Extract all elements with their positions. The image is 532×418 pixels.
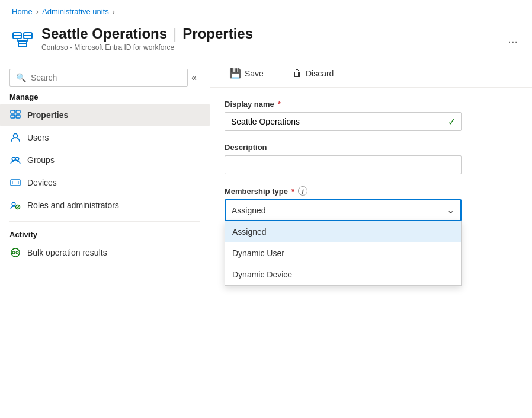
svg-point-15	[12, 157, 15, 161]
svg-rect-10	[11, 110, 15, 113]
page-section: Properties	[182, 25, 253, 42]
svg-point-16	[15, 157, 19, 161]
display-name-group: Display name * ✓	[225, 100, 518, 131]
breadcrumb-home[interactable]: Home	[12, 7, 33, 16]
groups-icon	[9, 154, 21, 166]
display-name-input-wrapper: ✓	[225, 112, 462, 131]
svg-rect-12	[11, 115, 15, 118]
description-input[interactable]	[225, 155, 462, 174]
activity-section-label: Activity	[0, 226, 210, 241]
admin-unit-icon	[12, 28, 33, 49]
toolbar-separator	[278, 68, 278, 79]
membership-type-dropdown[interactable]: Assigned ⌄ Assigned Dynamic User Dynamic…	[225, 199, 462, 221]
dropdown-option-dynamic-user[interactable]: Dynamic User	[225, 242, 461, 264]
sidebar-item-bulk-label: Bulk operation results	[27, 248, 107, 257]
main-layout: 🔍 « Manage Properties	[0, 59, 532, 412]
toolbar: 💾 Save 🗑 Discard	[210, 59, 532, 88]
svg-rect-18	[12, 181, 18, 184]
dropdown-option-assigned[interactable]: Assigned	[225, 221, 461, 242]
membership-type-label: Membership type * i	[225, 186, 518, 196]
membership-dropdown-list: Assigned Dynamic User Dynamic Device	[225, 221, 462, 286]
page-title: Seattle Operations | Properties	[41, 25, 497, 42]
sidebar-divider-1	[9, 221, 200, 222]
dropdown-option-dynamic-device[interactable]: Dynamic Device	[225, 264, 461, 285]
sidebar-item-groups[interactable]: Groups	[0, 149, 210, 171]
search-input[interactable]	[31, 73, 181, 82]
sidebar-item-groups-label: Groups	[27, 155, 55, 165]
sidebar-item-devices[interactable]: Devices	[0, 171, 210, 194]
svg-rect-11	[16, 110, 20, 113]
membership-selected-value: Assigned	[232, 206, 266, 215]
devices-icon	[9, 177, 21, 189]
header-title-block: Seattle Operations | Properties Contoso …	[41, 25, 497, 52]
admin-unit-name: Seattle Operations	[41, 25, 167, 42]
save-button[interactable]: 💾 Save	[225, 65, 268, 81]
sidebar-item-devices-label: Devices	[27, 178, 57, 187]
svg-rect-17	[11, 180, 20, 186]
sidebar: 🔍 « Manage Properties	[0, 59, 210, 412]
sidebar-item-roles-label: Roles and administrators	[27, 200, 119, 210]
form-area: Display name * ✓ Description Membership …	[210, 88, 532, 289]
collapse-sidebar-button[interactable]: «	[188, 71, 200, 84]
breadcrumb-sep-1: ›	[36, 7, 39, 16]
header-subtitle: Contoso - Microsoft Entra ID for workfor…	[41, 43, 497, 52]
roles-icon	[9, 199, 21, 211]
display-name-label: Display name *	[225, 100, 518, 109]
sidebar-item-properties[interactable]: Properties	[0, 104, 210, 126]
svg-point-19	[12, 202, 15, 206]
description-label: Description	[225, 143, 518, 152]
breadcrumb-sep-2: ›	[113, 7, 115, 16]
info-icon: i	[298, 186, 307, 196]
breadcrumb-admin-units[interactable]: Administrative units	[42, 7, 109, 16]
discard-button[interactable]: 🗑 Discard	[288, 66, 338, 81]
sidebar-item-roles[interactable]: Roles and administrators	[0, 194, 210, 216]
discard-icon: 🗑	[293, 68, 302, 79]
save-icon: 💾	[229, 68, 241, 79]
sidebar-item-users-label: Users	[27, 133, 49, 142]
description-group: Description	[225, 143, 518, 174]
check-icon: ✓	[448, 116, 456, 127]
users-icon	[9, 132, 21, 143]
required-star-name: *	[278, 100, 281, 109]
sidebar-item-bulk[interactable]: Bulk operation results	[0, 241, 210, 264]
more-options-button[interactable]: ...	[505, 30, 520, 48]
svg-point-22	[12, 251, 15, 254]
content-area: 💾 Save 🗑 Discard Display name * ✓	[210, 59, 532, 412]
manage-section-label: Manage	[0, 89, 210, 104]
chevron-down-icon: ⌄	[447, 205, 454, 216]
sidebar-item-properties-label: Properties	[27, 110, 68, 120]
membership-dropdown-btn[interactable]: Assigned ⌄	[225, 199, 462, 221]
search-bar[interactable]: 🔍	[9, 69, 188, 87]
membership-type-group: Membership type * i Assigned ⌄ Assigned …	[225, 186, 518, 221]
save-label: Save	[245, 69, 264, 78]
svg-point-20	[16, 205, 20, 209]
bulk-icon	[9, 247, 21, 259]
sidebar-item-users[interactable]: Users	[0, 126, 210, 149]
discard-label: Discard	[306, 69, 334, 78]
svg-rect-13	[16, 115, 20, 118]
display-name-input[interactable]	[225, 112, 462, 131]
required-star-membership: *	[291, 187, 294, 196]
breadcrumb: Home › Administrative units ›	[0, 0, 532, 21]
page-header: Seattle Operations | Properties Contoso …	[0, 21, 532, 59]
properties-icon	[9, 109, 21, 121]
title-pipe: |	[173, 25, 177, 42]
svg-point-23	[16, 251, 18, 254]
search-icon: 🔍	[16, 73, 26, 82]
